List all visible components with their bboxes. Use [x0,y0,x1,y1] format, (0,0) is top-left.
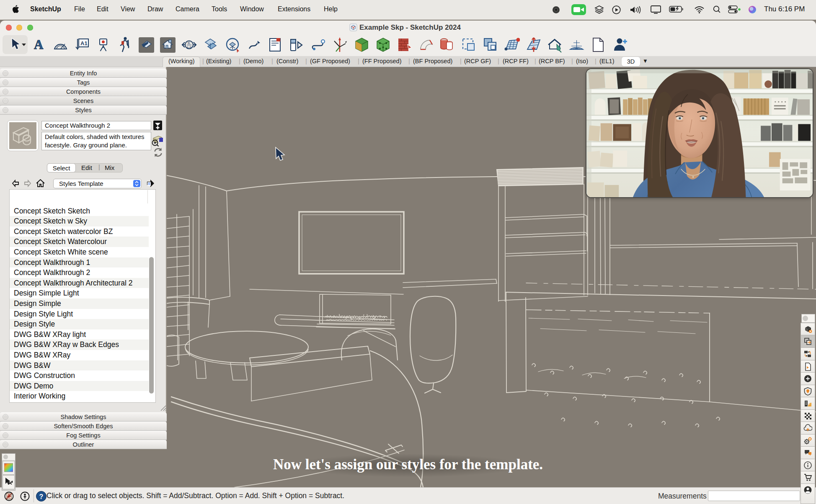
svg-text:?: ? [39,493,44,500]
svg-text:C: C [188,41,190,45]
svg-text:A1: A1 [80,40,88,46]
svg-text:A: A [34,38,44,52]
svg-text:A-B: A-B [187,46,192,49]
